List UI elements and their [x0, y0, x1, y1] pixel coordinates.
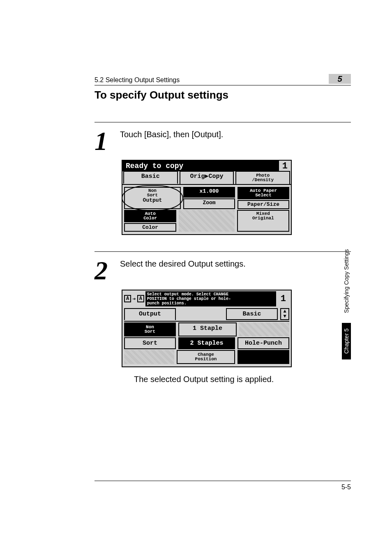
cell-output-group[interactable]: Non Sort Output [124, 187, 181, 209]
orientation-icon: A [124, 295, 131, 302]
cell-1-staple[interactable]: 1 Staple [178, 322, 237, 336]
step-text: Select the desired Output settings. [120, 258, 246, 269]
cell-sort[interactable]: Sort [124, 337, 176, 349]
lcd-count: 1 [277, 294, 289, 304]
arrow-icon: ➔ [132, 295, 136, 302]
tab-photo-density[interactable]: Photo /Density [235, 171, 290, 184]
cell-change-position[interactable]: Change Position [177, 350, 235, 364]
page-number: 5-5 [341, 484, 351, 491]
cell-auto-paper[interactable]: Auto Paper Select [238, 187, 289, 199]
side-tab: Chapter 5 Specifying Copy Settings [342, 246, 351, 359]
step-number: 1 [95, 131, 108, 152]
side-title: Specifying Copy Settings [342, 246, 351, 315]
lcd-status: Ready to copy [122, 161, 279, 171]
lcd-screenshot-output: A ➔ A Select output mode. Select CHANGE … [122, 290, 292, 367]
tab-orig-copy[interactable]: Orig▶Copy [180, 171, 234, 184]
basic-button[interactable]: Basic [226, 308, 278, 320]
step-number: 2 [95, 260, 108, 281]
cell-color[interactable]: Color [124, 223, 176, 232]
orientation-icon: A [137, 295, 144, 302]
chapter-number-box: 5 [329, 74, 351, 84]
scroll-up-down[interactable]: ▲▼ [280, 308, 289, 320]
output-label: Output [127, 198, 178, 203]
cell-hole-punch[interactable]: Hole-Punch [238, 337, 289, 349]
cell-2-staples[interactable]: 2 Staples [178, 337, 235, 349]
cell-zoom[interactable]: Zoom [183, 198, 235, 209]
lcd-screenshot-basic: Ready to copy 1 Basic Orig▶Copy Photo /D… [122, 160, 292, 235]
step-result: The selected Output setting is applied. [134, 375, 351, 384]
cell-paper-size[interactable]: Paper/Size [238, 200, 289, 209]
side-chapter: Chapter 5 [342, 323, 351, 359]
section-label: 5.2 Selecting Output Settings [95, 76, 180, 84]
cell-empty [179, 210, 234, 232]
nonsort-label: Non Sort [127, 189, 178, 198]
lcd-count: 1 [279, 161, 291, 171]
cell-mixed-original[interactable]: Mixed Original [237, 210, 289, 232]
tab-output[interactable]: Output [124, 308, 176, 320]
page-title: To specify Output settings [95, 89, 351, 101]
cell-blank-selected[interactable] [238, 350, 289, 364]
lcd-hint: Select output mode. Select CHANGE POSITI… [145, 291, 276, 306]
cell-auto-color[interactable]: Auto Color [124, 210, 176, 222]
cell-empty [124, 350, 174, 364]
cell-non-sort[interactable]: Non Sort [124, 322, 176, 336]
step-text: Touch [Basic], then [Output]. [120, 128, 223, 139]
tab-basic[interactable]: Basic [123, 171, 178, 184]
cell-x1000[interactable]: x1.000 [183, 187, 235, 198]
cell-empty [239, 322, 289, 336]
